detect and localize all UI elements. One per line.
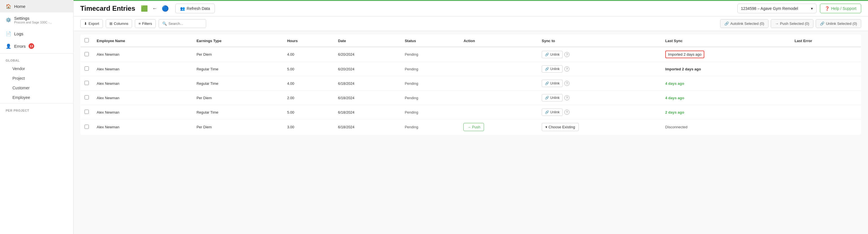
unlink-icon: 🔗 xyxy=(545,110,549,114)
sidebar-item-logs[interactable]: 📄 Logs xyxy=(0,27,73,40)
cell-earnings: Per Diem xyxy=(192,47,283,62)
cell-last-error xyxy=(790,91,861,105)
cell-last-sync: Imported 2 days ago xyxy=(661,62,791,76)
push-icon: → xyxy=(775,22,779,26)
chevron-down-icon: ▾ xyxy=(546,125,547,129)
cell-action[interactable] xyxy=(460,62,538,76)
select-all-checkbox[interactable] xyxy=(85,38,89,42)
row-checkbox-cell[interactable] xyxy=(81,62,93,76)
cell-date: 6/20/2024 xyxy=(334,62,401,76)
last-sync-green-text: 4 days ago xyxy=(665,81,684,86)
cell-action[interactable] xyxy=(460,76,538,91)
row-checkbox-cell[interactable] xyxy=(81,76,93,91)
row-checkbox[interactable] xyxy=(85,95,89,99)
table-row: Alex NewmanPer Diem2.006/18/2024Pending🔗… xyxy=(81,91,861,105)
cell-sync-to[interactable]: 🔗 Unlink? xyxy=(538,91,661,105)
export-button[interactable]: ⬇ Export xyxy=(80,19,103,28)
cell-last-sync: Disconnected xyxy=(661,120,791,135)
refresh-button[interactable]: 👥 Refresh Data xyxy=(175,4,215,13)
col-employee-name: Employee Name xyxy=(93,35,192,47)
push-button[interactable]: → Push xyxy=(463,123,484,131)
sidebar-project-label: Project xyxy=(12,76,25,80)
cell-last-sync: 4 days ago xyxy=(661,91,791,105)
col-last-sync: Last Sync xyxy=(661,35,791,47)
cell-sync-to[interactable]: 🔗 Unlink? xyxy=(538,76,661,91)
sidebar-item-vendor[interactable]: Vendor xyxy=(0,64,73,73)
project-selector[interactable]: 1234598 – Agave Gym Remodel ▾ xyxy=(737,4,816,13)
search-icon: 🔍 xyxy=(162,22,167,26)
sage-icon: 🔵 xyxy=(161,4,169,13)
unlink-button[interactable]: 🔗 Unlink xyxy=(542,51,563,58)
table-row: Alex NewmanRegular Time5.006/20/2024Pend… xyxy=(81,62,861,76)
unlink-selected-button[interactable]: 🔗 Unlink Selected (0) xyxy=(816,19,861,28)
row-checkbox[interactable] xyxy=(85,125,89,129)
link-icon: 🔗 xyxy=(724,22,729,26)
last-sync-highlighted: Imported 2 days ago xyxy=(665,51,705,58)
search-box[interactable]: 🔍 xyxy=(159,19,206,28)
table-row: Alex NewmanRegular Time5.006/18/2024Pend… xyxy=(81,105,861,120)
row-checkbox[interactable] xyxy=(85,66,89,71)
sidebar-item-settings[interactable]: ⚙️ Settings Procore and Sage 100C -... xyxy=(0,12,73,27)
refresh-icon: 👥 xyxy=(180,6,185,11)
row-checkbox-cell[interactable] xyxy=(81,120,93,135)
row-checkbox[interactable] xyxy=(85,52,89,56)
cell-sync-to[interactable]: 🔗 Unlink? xyxy=(538,105,661,120)
sidebar-item-home[interactable]: 🏠 Home xyxy=(0,0,73,12)
unlink-button[interactable]: 🔗 Unlink xyxy=(542,94,563,101)
cell-last-error xyxy=(790,62,861,76)
sidebar: 🏠 Home ⚙️ Settings Procore and Sage 100C… xyxy=(0,0,73,234)
select-all-header[interactable] xyxy=(81,35,93,47)
push-selected-button[interactable]: → Push Selected (0) xyxy=(771,19,813,28)
autolink-button[interactable]: 🔗 Autolink Selected (0) xyxy=(720,19,769,28)
cell-status: Pending xyxy=(401,76,460,91)
help-circle-icon[interactable]: ? xyxy=(564,52,569,57)
col-date: Date xyxy=(334,35,401,47)
search-input[interactable] xyxy=(168,22,203,26)
cell-sync-to[interactable]: 🔗 Unlink? xyxy=(538,62,661,76)
sidebar-item-project[interactable]: Project xyxy=(0,73,73,83)
sidebar-divider-2 xyxy=(0,103,73,104)
help-circle-icon[interactable]: ? xyxy=(564,95,569,100)
cell-action[interactable]: → Push xyxy=(460,120,538,135)
unlink-icon: 🔗 xyxy=(545,96,549,100)
help-circle-icon[interactable]: ? xyxy=(564,66,569,71)
help-button[interactable]: ❓ Help / Support xyxy=(820,4,862,13)
last-sync-text: Imported 2 days ago xyxy=(665,67,701,71)
choose-existing-button[interactable]: ▾ Choose Existing xyxy=(542,123,579,131)
sidebar-employee-label: Employee xyxy=(12,95,30,100)
cell-sync-to[interactable]: 🔗 Unlink? xyxy=(538,47,661,62)
cell-action[interactable] xyxy=(460,47,538,62)
cell-earnings: Regular Time xyxy=(192,76,283,91)
export-label: Export xyxy=(89,22,99,26)
cell-sync-to[interactable]: ▾ Choose Existing xyxy=(538,120,661,135)
row-checkbox-cell[interactable] xyxy=(81,47,93,62)
cell-hours: 3.00 xyxy=(283,120,334,135)
row-checkbox-cell[interactable] xyxy=(81,105,93,120)
row-checkbox[interactable] xyxy=(85,81,89,85)
sidebar-item-customer[interactable]: Customer xyxy=(0,83,73,93)
push-arrow-icon: → xyxy=(467,125,471,129)
sidebar-vendor-label: Vendor xyxy=(12,66,25,71)
export-icon: ⬇ xyxy=(84,22,87,26)
back-arrow-icon[interactable]: ← xyxy=(152,6,157,11)
sync-cell-container: 🔗 Unlink? xyxy=(542,80,657,87)
cell-last-sync: 2 days ago xyxy=(661,105,791,120)
columns-button[interactable]: ⊞ Columns xyxy=(106,19,132,28)
help-circle-icon[interactable]: ? xyxy=(564,110,569,115)
sidebar-item-employee[interactable]: Employee xyxy=(0,93,73,102)
cell-last-sync: Imported 2 days ago xyxy=(661,47,791,62)
cell-action[interactable] xyxy=(460,91,538,105)
cell-status: Pending xyxy=(401,105,460,120)
sidebar-item-errors[interactable]: 👤 Errors 13 xyxy=(0,40,73,52)
row-checkbox-cell[interactable] xyxy=(81,91,93,105)
unlink-button[interactable]: 🔗 Unlink xyxy=(542,80,563,87)
unlink-button[interactable]: 🔗 Unlink xyxy=(542,108,563,116)
cell-status: Pending xyxy=(401,47,460,62)
page-title: Timecard Entries xyxy=(80,4,135,12)
table-container: Employee Name Earnings Type Hours Date S… xyxy=(73,31,868,234)
row-checkbox[interactable] xyxy=(85,110,89,114)
cell-action[interactable] xyxy=(460,105,538,120)
filters-button[interactable]: ≡ Filters xyxy=(135,19,156,28)
help-circle-icon[interactable]: ? xyxy=(564,81,569,86)
unlink-button[interactable]: 🔗 Unlink xyxy=(542,65,563,73)
